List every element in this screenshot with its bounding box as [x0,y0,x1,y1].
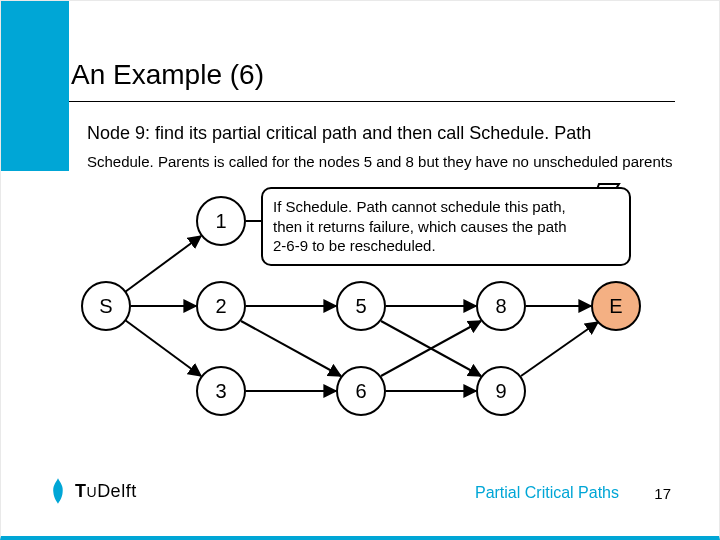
node-3: 3 [196,366,246,416]
node-s: S [81,281,131,331]
svg-line-2 [125,320,201,376]
callout-line-2: then it returns failure, which causes th… [273,217,619,237]
node-9: 9 [476,366,526,416]
accent-bar [1,1,69,171]
node-8: 8 [476,281,526,331]
node-1: 1 [196,196,246,246]
slide: An Example (6) Node 9: find its partial … [0,0,720,540]
title-rule [69,101,675,102]
svg-line-0 [125,236,201,292]
node-e: E [591,281,641,331]
page-number: 17 [654,485,671,502]
slide-title: An Example (6) [69,59,266,91]
slide-subtitle: Node 9: find its partial critical path a… [87,123,597,144]
tudelft-flame-icon [47,476,69,506]
callout-line-3: 2-6-9 to be rescheduled. [273,236,619,256]
logo-text: TUDelft [75,481,137,502]
svg-line-5 [241,321,341,376]
callout-box: If Schedule. Path cannot schedule this p… [261,187,631,266]
node-2: 2 [196,281,246,331]
footer-logo: TUDelft [47,476,137,506]
node-5: 5 [336,281,386,331]
slide-note: Schedule. Parents is called for the node… [87,153,672,170]
footer-label: Partial Critical Paths [475,484,619,502]
callout-line-1: If Schedule. Path cannot schedule this p… [273,197,619,217]
node-6: 6 [336,366,386,416]
svg-line-12 [521,322,598,376]
